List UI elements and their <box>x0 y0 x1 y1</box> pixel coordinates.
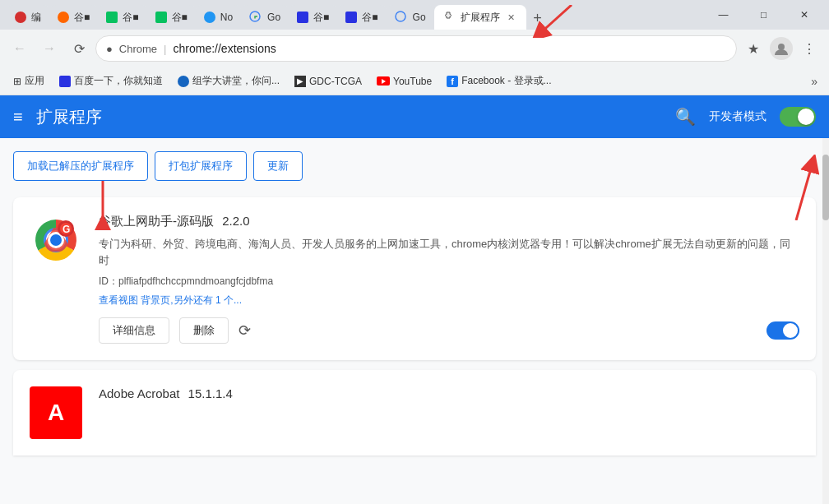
wechat2-icon <box>155 12 167 23</box>
adobe-icon-text: A <box>48 400 64 426</box>
bookmark-zuxue[interactable]: 组学大讲堂，你问... <box>171 71 286 91</box>
page-title: 扩展程序 <box>36 106 102 128</box>
google-icon <box>249 11 262 24</box>
scrollbar[interactable] <box>822 138 829 504</box>
maximize-button[interactable]: □ <box>745 2 782 27</box>
extension-logo-1: G <box>30 214 82 266</box>
back-button[interactable]: ← <box>7 35 33 62</box>
dev-mode-toggle[interactable] <box>780 107 816 127</box>
extension-info-2: Adobe Acrobat 15.1.1.4 <box>99 386 799 439</box>
address-secure-text: Chrome <box>119 43 157 55</box>
globe-icon <box>204 12 215 23</box>
baidu2-icon <box>345 12 357 23</box>
tab-10-label: 扩展程序 <box>461 11 500 25</box>
tab-4-label: 谷■ <box>172 11 188 25</box>
baidu-bm-icon <box>59 76 71 87</box>
address-separator: | <box>164 43 166 55</box>
title-bar: 编 谷■ 谷■ 谷■ No <box>0 0 829 30</box>
update-button[interactable]: 更新 <box>253 151 303 181</box>
forward-button[interactable]: → <box>36 35 63 62</box>
bookmark-star-button[interactable]: ★ <box>740 35 766 62</box>
bookmark-youtube-label: YouTube <box>393 76 432 87</box>
wechat-icon <box>106 12 118 23</box>
tab-4[interactable]: 谷■ <box>147 5 196 30</box>
svg-point-11 <box>50 234 62 246</box>
extension-actions-1: 详细信息 删除 ⟳ <box>99 317 799 344</box>
extension-card-1: G 谷歌上网助手-源码版 2.2.0 专门为科研、外贸、跨境电商、海淘人员、开发… <box>13 197 816 360</box>
profile-button[interactable] <box>770 37 793 60</box>
extension-id-1: ID：plfliafpdfhchccpmndmoangfcjdbfma <box>99 275 799 289</box>
main-content: 加载已解压的扩展程序 打包扩展程序 更新 <box>0 138 829 504</box>
svg-text:G: G <box>63 224 70 235</box>
bookmark-apps-label: 应用 <box>25 74 44 88</box>
youtube-bm-icon <box>377 76 390 86</box>
extension-link-1[interactable]: 查看视图 背景页,另外还有 1 个... <box>99 294 242 306</box>
extension-version-1: 2.2.0 <box>222 214 249 228</box>
bookmark-gdc[interactable]: ▶ GDC-TCGA <box>288 72 368 90</box>
tab-8[interactable]: 谷■ <box>337 5 386 30</box>
extension-name-2: Adobe Acrobat 15.1.1.4 <box>99 386 799 400</box>
tab-3[interactable]: 谷■ <box>98 5 146 30</box>
scrollbar-thumb[interactable] <box>822 155 829 220</box>
tab-9[interactable]: Go <box>387 5 434 30</box>
opera-icon <box>15 12 26 23</box>
tab-7-label: 谷■ <box>313 11 329 25</box>
extensions-header: ≡ 扩展程序 🔍 开发者模式 <box>0 95 829 138</box>
tab-2-label: 谷■ <box>74 11 90 25</box>
pack-extension-button[interactable]: 打包扩展程序 <box>155 151 247 181</box>
bookmark-baidu[interactable]: 百度一下，你就知道 <box>53 71 169 91</box>
reload-icon-1[interactable]: ⟳ <box>239 321 251 340</box>
window-frame: 编 谷■ 谷■ 谷■ No <box>0 0 829 504</box>
tab-6-label: Go <box>267 12 280 23</box>
bookmark-facebook-label: Facebook - 登录或... <box>461 74 551 88</box>
tab-8-label: 谷■ <box>362 11 377 25</box>
bookmark-youtube[interactable]: YouTube <box>370 72 438 90</box>
tab-5[interactable]: No <box>196 5 241 30</box>
baidu-icon <box>297 12 308 23</box>
facebook-bm-icon: f <box>447 76 458 87</box>
toggle-knob <box>798 109 814 125</box>
extension-name-1: 谷歌上网助手-源码版 2.2.0 <box>99 214 799 229</box>
action-buttons: 加载已解压的扩展程序 打包扩展程序 更新 <box>13 151 816 181</box>
address-url: chrome://extensions <box>174 42 276 55</box>
tab-1[interactable]: 编 <box>7 5 49 30</box>
window-controls: — □ ✕ <box>705 2 822 27</box>
minimize-button[interactable]: — <box>705 2 742 27</box>
bookmarks-more-button[interactable]: » <box>806 72 822 91</box>
arrow-bm-icon: ▶ <box>294 76 306 87</box>
tab-7[interactable]: 谷■ <box>289 5 337 30</box>
bookmark-facebook[interactable]: f Facebook - 登录或... <box>440 71 558 91</box>
tab-1-label: 编 <box>31 11 41 25</box>
google2-icon <box>395 11 408 24</box>
reload-button[interactable]: ⟳ <box>66 35 92 62</box>
tab-2[interactable]: 谷■ <box>49 5 98 30</box>
tab-strip: 编 谷■ 谷■ 谷■ No <box>7 0 702 30</box>
tab-10-extensions[interactable]: 扩展程序 ✕ <box>434 5 526 30</box>
bookmark-zuxue-label: 组学大讲堂，你问... <box>192 74 280 88</box>
tab-3-label: 谷■ <box>123 11 138 25</box>
extension-toggle-1[interactable] <box>766 321 799 340</box>
details-button-1[interactable]: 详细信息 <box>99 317 169 344</box>
extension-version-2: 15.1.1.4 <box>188 386 233 400</box>
address-bar[interactable]: ● Chrome | chrome://extensions <box>95 35 737 62</box>
load-extension-button[interactable]: 加载已解压的扩展程序 <box>13 151 148 181</box>
secure-icon: ● <box>106 43 113 55</box>
hamburger-menu-button[interactable]: ≡ <box>13 108 23 127</box>
bookmark-apps[interactable]: ⊞ 应用 <box>7 71 51 91</box>
bookmark-baidu-label: 百度一下，你就知道 <box>74 74 163 88</box>
tab-5-label: No <box>220 12 233 23</box>
dev-mode-label: 开发者模式 <box>709 109 766 124</box>
menu-button[interactable]: ⋮ <box>796 35 822 62</box>
sogou-icon <box>58 12 69 23</box>
tab-6[interactable]: Go <box>241 5 289 30</box>
close-button[interactable]: ✕ <box>785 2 822 27</box>
adobe-logo: A <box>30 386 82 439</box>
bookmarks-bar: ⊞ 应用 百度一下，你就知道 组学大讲堂，你问... ▶ GDC-TCGA Yo… <box>0 67 829 95</box>
extension-card-2: A Adobe Acrobat 15.1.1.4 <box>13 370 816 455</box>
grid-icon: ⊞ <box>13 76 21 87</box>
header-right: 🔍 开发者模式 <box>675 107 816 127</box>
delete-button-1[interactable]: 删除 <box>179 317 229 344</box>
tab-close-10[interactable]: ✕ <box>505 11 518 24</box>
search-button[interactable]: 🔍 <box>675 107 696 127</box>
new-tab-button[interactable]: + <box>526 7 549 30</box>
